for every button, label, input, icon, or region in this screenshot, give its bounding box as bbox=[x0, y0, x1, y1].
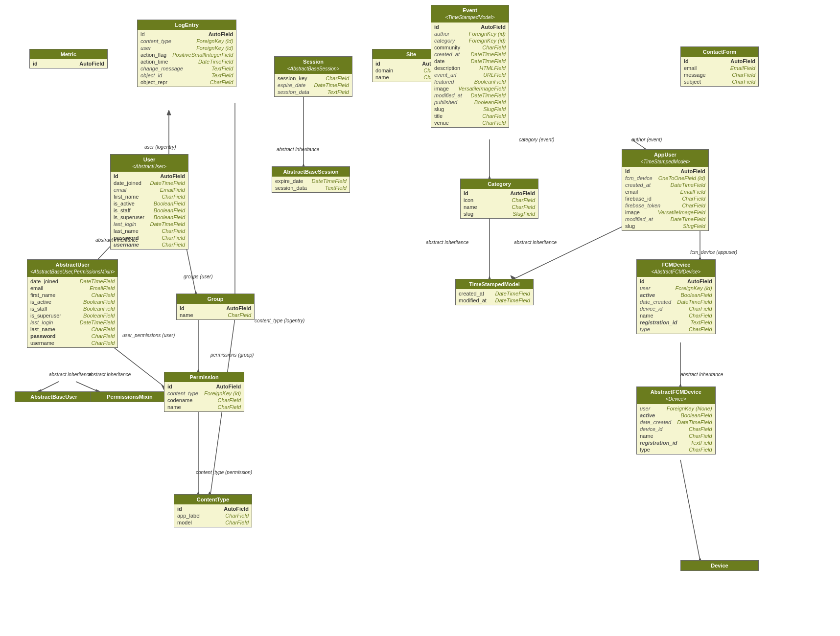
table-body-contactform: idAutoFieldemailEmailFieldmessageCharFie… bbox=[681, 57, 758, 86]
field-name: expire_date bbox=[278, 82, 306, 88]
field-type: CharField bbox=[732, 79, 755, 85]
field-name: last_name bbox=[30, 326, 55, 332]
field-name: featured bbox=[434, 79, 454, 85]
table-title-appuser: AppUser bbox=[654, 152, 677, 158]
table-body-metric: idAutoField bbox=[30, 59, 107, 68]
field-name: id bbox=[625, 168, 630, 174]
field-name: is_active bbox=[114, 201, 135, 206]
relation-label-14: fcm_device (appuser) bbox=[690, 250, 737, 255]
table-row: emailEmailField bbox=[683, 65, 756, 71]
field-name: email bbox=[684, 65, 697, 71]
field-name: is_staff bbox=[114, 207, 131, 213]
table-row: registration_idTextField bbox=[639, 439, 713, 446]
table-row: passwordCharField bbox=[113, 234, 186, 241]
field-type: AutoField bbox=[226, 305, 251, 311]
table-user: User<AbstractUser>idAutoFielddate_joined… bbox=[110, 154, 188, 250]
table-row: nameCharField bbox=[166, 404, 242, 410]
table-row: activeBooleanField bbox=[639, 292, 713, 298]
table-body-appuser: idAutoFieldfcm_deviceOneToOneField (id)c… bbox=[622, 167, 708, 230]
field-name: icon bbox=[464, 197, 473, 203]
field-name: id bbox=[684, 58, 689, 64]
svg-marker-1 bbox=[167, 110, 171, 115]
field-name: id bbox=[434, 24, 439, 30]
table-abstractuser: AbstractUser<AbstractBaseUser,Permission… bbox=[27, 259, 118, 348]
table-row: last_loginDateTimeField bbox=[29, 319, 116, 326]
field-name: firebase_id bbox=[625, 196, 652, 202]
field-name: subject bbox=[684, 79, 701, 85]
table-timestampedmodel: TimeStampedModelcreated_atDateTimeFieldm… bbox=[455, 279, 534, 305]
field-type: CharField bbox=[512, 204, 535, 210]
table-row: object_reprCharField bbox=[140, 79, 234, 86]
table-row: device_idCharField bbox=[639, 305, 713, 312]
table-row: is_activeBooleanField bbox=[113, 200, 186, 207]
field-name: modified_at bbox=[625, 216, 653, 222]
field-type: TextField bbox=[690, 319, 712, 325]
field-type: DateTimeField bbox=[80, 319, 115, 325]
relation-label-9: abstract inheritance bbox=[277, 147, 319, 152]
field-type: CharField bbox=[162, 228, 185, 234]
table-title-timestampedmodel: TimeStampedModel bbox=[469, 281, 520, 287]
table-row: userForeignKey (None) bbox=[639, 405, 713, 412]
field-type: BooleanField bbox=[83, 313, 115, 318]
field-type: TextField bbox=[325, 185, 347, 191]
field-name: id bbox=[140, 31, 145, 37]
table-header-group: Group bbox=[177, 294, 254, 304]
field-type: CharField bbox=[92, 333, 115, 339]
table-subtitle-event: <TimeStampedModel> bbox=[445, 15, 494, 20]
field-name: slug bbox=[434, 106, 444, 112]
table-row: slugSlugField bbox=[463, 210, 536, 217]
table-row: subjectCharField bbox=[683, 78, 756, 85]
field-type: BooleanField bbox=[154, 201, 185, 206]
table-event: Event<TimeStampedModel>idAutoFieldauthor… bbox=[431, 5, 509, 128]
table-row: content_typeForeignKey (id) bbox=[140, 38, 234, 45]
field-type: DateTimeField bbox=[670, 216, 705, 222]
field-type: CharField bbox=[689, 326, 712, 332]
field-name: action_flag bbox=[140, 52, 166, 58]
table-row: modified_atDateTimeField bbox=[433, 92, 507, 99]
table-title-contenttype: ContentType bbox=[197, 497, 229, 502]
relation-label-12: author (event) bbox=[631, 137, 662, 142]
field-name: expire_date bbox=[275, 178, 303, 184]
table-appuser: AppUser<TimeStampedModel>idAutoFieldfcm_… bbox=[622, 149, 709, 231]
field-name: id bbox=[640, 278, 645, 284]
field-type: CharField bbox=[512, 197, 535, 203]
table-body-session: session_keyCharFieldexpire_dateDateTimeF… bbox=[275, 74, 352, 96]
relation-label-2: groups (user) bbox=[184, 274, 212, 279]
table-logentry: LogEntryidAutoFieldcontent_typeForeignKe… bbox=[137, 20, 236, 87]
field-name: first_name bbox=[30, 292, 55, 298]
field-name: modified_at bbox=[434, 92, 462, 98]
field-type: VersatileImageField bbox=[458, 86, 506, 91]
field-type: CharField bbox=[218, 397, 241, 403]
table-header-appuser: AppUser<TimeStampedModel> bbox=[622, 150, 708, 167]
relation-label-15: abstract inheritance bbox=[680, 372, 723, 377]
table-row: is_activeBooleanField bbox=[29, 298, 116, 305]
table-row: change_messageTextField bbox=[140, 65, 234, 72]
field-type: BooleanField bbox=[154, 214, 185, 220]
field-type: DateTimeField bbox=[495, 297, 530, 303]
field-type: BooleanField bbox=[83, 306, 115, 312]
table-row: first_nameCharField bbox=[29, 292, 116, 298]
field-type: CharField bbox=[682, 203, 705, 208]
table-permission: PermissionidAutoFieldcontent_typeForeign… bbox=[164, 372, 244, 412]
table-row: titleCharField bbox=[433, 113, 507, 119]
field-type: DateTimeField bbox=[198, 59, 233, 65]
table-row: iconCharField bbox=[463, 197, 536, 204]
field-name: date_created bbox=[640, 299, 671, 305]
field-type: AutoField bbox=[730, 58, 755, 64]
field-name: action_time bbox=[140, 59, 168, 65]
table-row: messageCharField bbox=[683, 71, 756, 78]
table-row: last_nameCharField bbox=[29, 326, 116, 333]
field-name: last_login bbox=[30, 319, 53, 325]
field-name: codename bbox=[167, 397, 192, 403]
field-type: DateTimeField bbox=[677, 419, 712, 425]
relation-label-7: abstract inheritance bbox=[49, 372, 92, 377]
relation-label-3: user_permissions (user) bbox=[122, 333, 175, 338]
table-row: event_urlURLField bbox=[433, 71, 507, 78]
table-abstractbasesession: AbstractBaseSessionexpire_dateDateTimeFi… bbox=[272, 166, 350, 193]
field-type: CharField bbox=[162, 235, 185, 241]
relation-label-11: category (event) bbox=[519, 137, 554, 142]
table-row: usernameCharField bbox=[29, 340, 116, 346]
field-type: AutoField bbox=[209, 31, 233, 37]
table-row: date_createdDateTimeField bbox=[639, 298, 713, 305]
table-row: nameCharField bbox=[179, 312, 252, 318]
